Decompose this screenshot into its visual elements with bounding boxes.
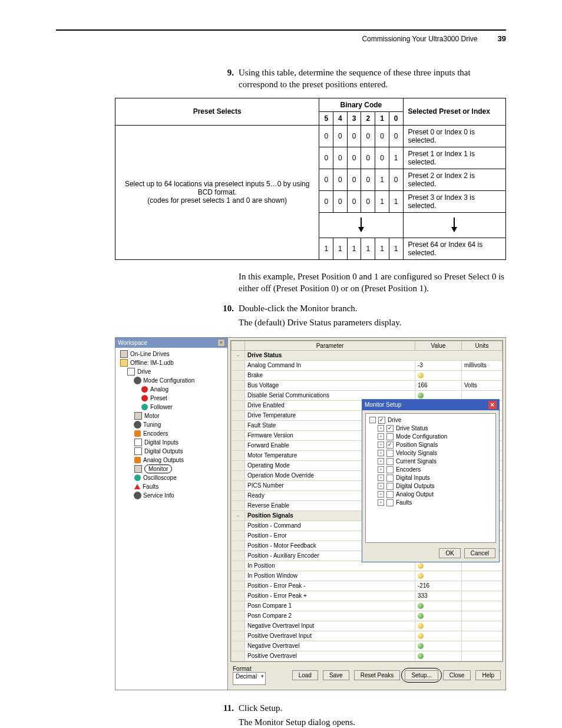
grid-row[interactable]: In Position Window [232,571,503,581]
checkbox[interactable] [386,491,394,498]
expand-icon[interactable]: - [369,417,376,423]
expand-icon[interactable]: + [378,425,384,431]
collapse-icon[interactable]: − [232,510,245,521]
monitor-setup-item[interactable]: +Digital Inputs [369,474,492,482]
monitor-setup-tree[interactable]: -✓Drive+✓Drive Status+Mode Configuration… [365,413,496,543]
expand-icon[interactable]: + [378,442,384,448]
tree-item-label: Analog Outputs [143,456,184,465]
monitor-setup-item[interactable]: +Analog Output [369,490,492,499]
checkbox[interactable]: ✓ [386,442,394,449]
setup-button[interactable]: Setup... [405,670,438,680]
format-label: Format [233,666,266,672]
grid-row[interactable]: Posn Compare 1 [232,601,503,611]
dot-gear-icon [134,421,141,428]
format-select[interactable]: Decimal [233,672,266,685]
tree-item[interactable]: Digital Outputs [120,447,225,456]
reset-peaks-button[interactable]: Reset Peaks [354,670,401,680]
param-cell: Negative Overtravel Input [245,621,415,631]
ok-button[interactable]: OK [439,548,460,558]
checkbox[interactable]: ✓ [378,417,385,424]
tree-item[interactable]: Preset [120,394,225,403]
monitor-setup-item[interactable]: +Velocity Signals [369,449,492,457]
grid-row[interactable]: Negative Overtravel [232,641,503,651]
monitor-setup-item[interactable]: +Encoders [369,466,492,474]
monitor-setup-item[interactable]: +✓Position Signals [369,441,492,449]
grid-row[interactable]: Posn Compare 2 [232,611,503,621]
monitor-setup-item[interactable]: +✓Drive Status [369,424,492,433]
close-icon[interactable]: × [217,339,225,347]
grid-row[interactable]: Bus Voltage166Volts [232,380,503,390]
workspace-panel: Workspace × On-Line DrivesOffline: IM-1.… [115,338,228,690]
tree-item[interactable]: Follower [120,403,225,411]
status-led-icon [418,563,424,569]
item-label: Faults [396,499,412,507]
monitor-main-panel: Parameter Value Units −Drive StatusAnalo… [228,338,505,690]
close-icon[interactable]: ✕ [488,401,497,409]
status-led-icon [418,633,424,639]
tree-item[interactable]: Digital Inputs [120,438,225,447]
tree-item[interactable]: Tuning [120,420,225,429]
tree-item[interactable]: Oscilloscope [120,473,225,482]
expand-icon[interactable]: + [378,499,384,506]
expand-icon[interactable]: + [378,450,384,456]
checkbox[interactable]: ✓ [386,425,394,432]
expand-icon[interactable]: + [378,433,384,440]
tree-item[interactable]: Analog [120,385,225,394]
grid-row[interactable]: In Position [232,561,503,571]
value-cell [415,571,462,581]
expand-icon[interactable]: + [378,458,384,465]
monitor-setup-item[interactable]: +Faults [369,499,492,507]
help-button[interactable]: Help [475,670,501,680]
tree-item[interactable]: Analog Outputs [120,456,225,465]
expand-icon[interactable]: + [378,466,384,473]
grid-row[interactable]: Positive Overtravel Input [232,631,503,641]
grid-row[interactable]: Position - Error Peak --216 [232,581,503,591]
dialog-titlebar[interactable]: Monitor Setup ✕ [362,400,499,410]
checkbox[interactable] [386,475,394,482]
grid-row[interactable]: Position - Error Peak +333 [232,591,503,601]
monitor-setup-dialog[interactable]: Monitor Setup ✕ -✓Drive+✓Drive Status+Mo… [362,399,500,562]
tree-item[interactable]: Offline: IM-1.udb [120,358,225,367]
expand-icon[interactable]: + [378,475,384,481]
monitor-setup-item[interactable]: +Current Signals [369,457,492,466]
svg-marker-1 [358,227,364,232]
close-button[interactable]: Close [443,670,471,680]
workspace-tree[interactable]: On-Line DrivesOffline: IM-1.udbDriveMode… [115,348,227,690]
status-led-icon [418,573,424,579]
tree-item[interactable]: Service Info [120,491,225,500]
section-header-row[interactable]: −Drive Status [232,350,503,360]
status-led-icon [418,653,424,659]
checkbox[interactable] [386,450,394,457]
load-button[interactable]: Load [292,670,318,680]
selected-cell: Preset 3 or Index 3 is selected. [403,190,506,212]
checkbox[interactable] [386,458,394,465]
tree-item[interactable]: On-Line Drives [120,350,225,358]
checkbox[interactable] [386,483,394,490]
tree-item[interactable]: Mode Configuration [120,376,225,385]
tree-item[interactable]: Monitor [120,465,225,473]
grid-row[interactable]: Positive Overtravel [232,651,503,661]
cancel-button[interactable]: Cancel [464,548,495,558]
expand-icon[interactable]: + [378,483,384,489]
checkbox[interactable] [386,466,394,473]
monitor-setup-item[interactable]: +Digital Outputs [369,482,492,490]
checkbox[interactable] [386,499,394,506]
bit-cell: 1 [375,238,389,259]
units-cell: Volts [462,380,503,390]
checkbox[interactable] [386,433,394,440]
tree-item[interactable]: Motor [120,411,225,420]
save-button[interactable]: Save [323,670,349,680]
tree-item[interactable]: Encoders [120,429,225,438]
collapse-icon[interactable]: − [232,350,245,360]
value-cell [415,370,462,380]
tree-item[interactable]: Drive [120,367,225,376]
expand-icon[interactable]: + [378,491,384,498]
grid-row[interactable]: Negative Overtravel Input [232,621,503,631]
tree-item[interactable]: Faults [120,482,225,491]
file-icon [127,368,135,375]
dot-tri-icon [134,484,140,489]
grid-row[interactable]: Brake [232,370,503,380]
grid-row[interactable]: Analog Command In-3millivolts [232,360,503,370]
monitor-setup-item[interactable]: -✓Drive [369,416,492,424]
monitor-setup-item[interactable]: +Mode Configuration [369,433,492,441]
